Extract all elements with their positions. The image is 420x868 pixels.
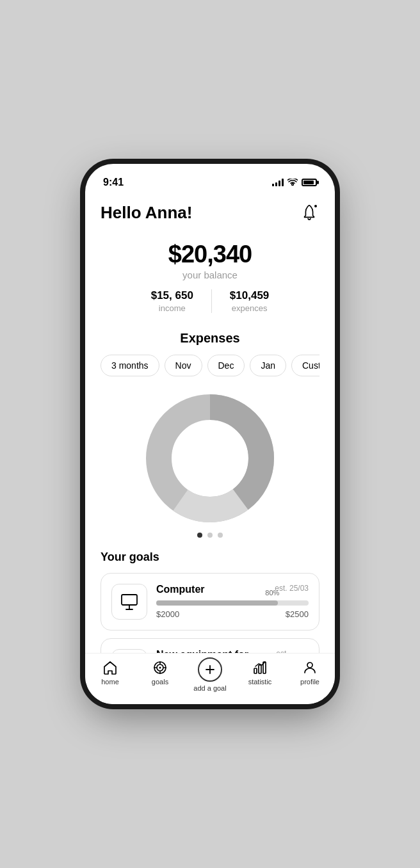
status-bar: 9:41 [85,164,335,192]
goal-header-computer: Computer est. 25/03 [156,584,309,595]
svg-point-14 [307,663,312,668]
page-dot-1[interactable] [197,533,202,538]
filter-jan-label: Jan [261,360,275,371]
balance-section: $20,340 your balance $15, 650 income $10… [101,230,319,321]
status-icons [272,179,317,186]
nav-statistic-label: statistic [248,678,272,686]
greeting: Hello Anna! [101,203,192,223]
donut-chart-container [101,379,319,533]
nav-add-goal[interactable]: add a goal [185,660,235,692]
svg-rect-11 [254,668,257,673]
nav-add-label: add a goal [193,684,226,692]
progress-label-computer: 80% [265,589,279,597]
computer-icon [119,591,140,612]
donut-chart [146,394,274,522]
income-amount: $15, 650 [151,289,193,302]
filter-3months-label: 3 months [111,360,149,371]
filter-chips: 3 months Nov Dec Jan Custom [101,355,319,379]
profile-icon [302,660,318,675]
expenses-section: Expenses 3 months Nov Dec Jan Custom [101,321,319,551]
goals-section: Your goals Computer est. 25/03 [101,551,319,653]
main-content: Hello Anna! $20,340 your balance $15, 65… [85,192,335,653]
filter-jan[interactable]: Jan [250,355,286,376]
add-icon [198,657,222,682]
filter-3months[interactable]: 3 months [101,355,159,376]
goal-amounts-computer: $2000 $2500 [156,609,309,619]
header: Hello Anna! [101,192,319,230]
expenses-title: Expenses [101,331,319,346]
filter-dec[interactable]: Dec [207,355,245,376]
notification-dot [313,204,318,209]
nav-home[interactable]: home [85,660,135,686]
phone-frame: 9:41 Hello Anna! [85,164,335,704]
goals-icon [152,660,168,675]
income-item: $15, 650 income [133,289,212,313]
expenses-item: $10,459 expences [212,289,287,313]
goal-name-computer: Computer [156,584,205,595]
goals-title: Your goals [101,551,319,564]
filter-custom-label: Custom [302,360,319,371]
nav-profile-label: profile [300,678,319,686]
page-dots [101,533,319,551]
statistic-icon [252,660,268,675]
nav-goals-label: goals [152,678,168,686]
page-dot-2[interactable] [207,533,213,538]
svg-rect-12 [259,665,261,673]
filter-nov[interactable]: Nov [165,355,202,376]
wifi-icon [287,179,298,186]
signal-icon [272,179,284,186]
balance-details: $15, 650 income $10,459 expences [101,289,319,313]
goal-date-computer: est. 25/03 [275,584,309,593]
filter-nov-label: Nov [175,360,191,371]
nav-statistic[interactable]: statistic [235,660,285,686]
goal-target-computer: $2500 [286,609,309,619]
nav-goals[interactable]: goals [135,660,185,686]
page-dot-3[interactable] [218,533,223,538]
filter-dec-label: Dec [218,360,234,371]
income-label: income [151,303,193,313]
nav-home-label: home [101,678,119,686]
filter-custom[interactable]: Custom [291,355,319,376]
goal-info-computer: Computer est. 25/03 80% $2000 $2500 [156,584,309,619]
nav-profile[interactable]: profile [285,660,335,686]
expenses-label: expences [230,303,269,313]
svg-point-10 [159,667,161,669]
home-icon [102,660,118,675]
svg-rect-4 [122,595,137,605]
balance-label: your balance [101,269,319,280]
battery-icon [302,179,317,186]
goal-card-skiing[interactable]: New equipment for skiing est. 12/06 50% … [101,638,319,653]
status-time: 9:41 [103,177,124,188]
notification-button[interactable] [299,202,319,223]
bottom-nav: home goals add a goal [85,653,335,704]
goal-saved-computer: $2000 [156,609,179,619]
progress-bar-computer: 80% [156,600,309,606]
expenses-amount: $10,459 [230,289,269,302]
computer-icon-box [111,584,147,620]
progress-fill-computer: 80% [156,600,278,606]
goal-card-computer[interactable]: Computer est. 25/03 80% $2000 $2500 [101,573,319,631]
balance-amount: $20,340 [101,241,319,268]
